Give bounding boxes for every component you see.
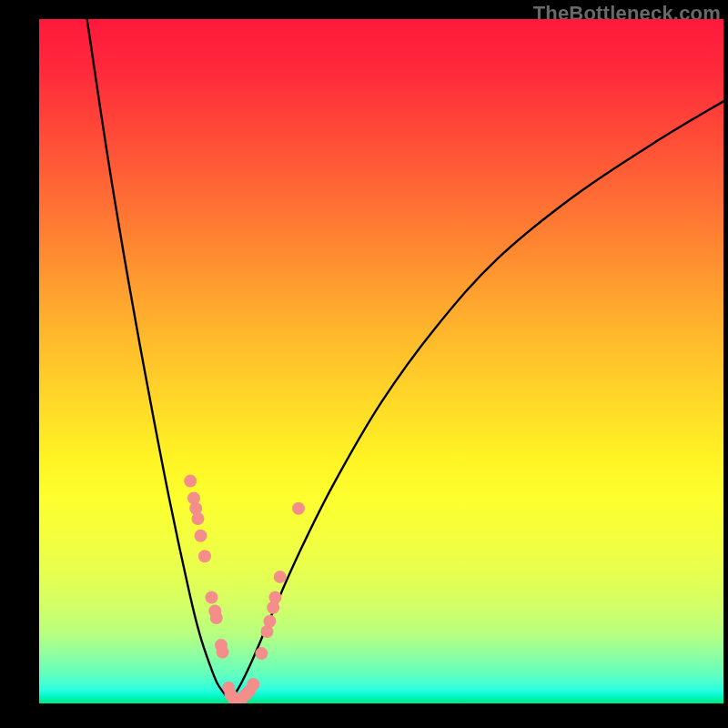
highlight-points xyxy=(184,475,305,703)
data-point xyxy=(191,512,204,525)
data-point xyxy=(263,615,276,628)
data-point xyxy=(194,530,207,542)
data-point xyxy=(198,550,211,562)
data-point xyxy=(292,502,305,515)
data-point xyxy=(268,591,281,603)
chart-svg xyxy=(39,19,723,703)
chart-container: TheBottleneck.com xyxy=(0,0,728,728)
bottleneck-curve xyxy=(87,19,723,700)
data-point xyxy=(206,591,218,603)
data-point xyxy=(247,678,259,691)
data-point xyxy=(210,612,223,624)
data-point xyxy=(217,646,229,659)
plot-area xyxy=(39,19,723,703)
data-point xyxy=(255,647,268,660)
curve-bottleneck-curve-right xyxy=(229,101,723,700)
data-point xyxy=(184,475,197,488)
data-point xyxy=(274,571,287,583)
